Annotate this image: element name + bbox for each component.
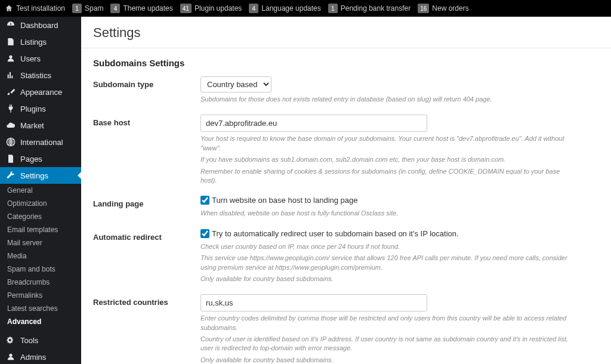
topbar-badge: 4 bbox=[249, 4, 258, 13]
listings-icon bbox=[6, 37, 16, 47]
help-landing: When disabled, website on base host is f… bbox=[200, 209, 570, 218]
cloud-icon bbox=[6, 121, 16, 130]
page-icon bbox=[6, 154, 16, 164]
submenu-item-spam-and-bots[interactable]: Spam and bots bbox=[6, 263, 81, 276]
sidebar-item-label: Listings bbox=[20, 38, 47, 47]
help-redirect-2: This service use https://www.geoplugin.c… bbox=[200, 254, 570, 272]
help-restricted-3: Only available for country based subdoma… bbox=[200, 356, 570, 364]
brush-icon bbox=[6, 87, 16, 97]
sidebar-item-label: Tools bbox=[20, 336, 38, 345]
sidebar-item-admins[interactable]: Admins bbox=[0, 348, 81, 364]
divider bbox=[81, 48, 611, 48]
label-landing: Landing page bbox=[93, 196, 200, 208]
redirect-checkbox-wrap[interactable]: Try to automatically redirect user to su… bbox=[200, 229, 459, 238]
sidebar-item-label: Admins bbox=[20, 353, 46, 362]
sidebar-item-statistics[interactable]: Statistics bbox=[0, 67, 81, 84]
sidebar-item-plugins[interactable]: Plugins bbox=[0, 100, 81, 117]
sidebar-item-users[interactable]: Users bbox=[0, 50, 81, 67]
sidebar-item-settings[interactable]: Settings bbox=[0, 167, 81, 184]
help-subdomain-type: Subdomains for those does not exists rel… bbox=[200, 95, 570, 104]
sidebar-submenu: GeneralOptimizationCategoriesEmail templ… bbox=[0, 184, 81, 332]
base-host-input[interactable] bbox=[200, 115, 427, 132]
sidebar-item-pages[interactable]: Pages bbox=[0, 150, 81, 167]
user-icon bbox=[6, 54, 16, 63]
submenu-item-email-templates[interactable]: Email templates bbox=[6, 223, 81, 236]
sidebar-item-market[interactable]: Market bbox=[0, 117, 81, 134]
plug-icon bbox=[6, 104, 16, 113]
section-title: Subdomains Settings bbox=[93, 58, 599, 68]
sidebar-item-label: Settings bbox=[20, 171, 48, 180]
submenu-item-mail-server[interactable]: Mail server bbox=[6, 236, 81, 249]
topbar-item[interactable]: 4Language updates bbox=[249, 4, 320, 13]
redirect-checkbox[interactable] bbox=[200, 229, 209, 238]
label-base-host: Base host bbox=[93, 115, 200, 127]
topbar-site-label: Test installation bbox=[16, 4, 65, 13]
landing-checkbox-wrap[interactable]: Turn website on base host to landing pag… bbox=[200, 196, 358, 205]
stats-icon bbox=[6, 70, 16, 80]
help-restricted-2: Country of user is identified based on i… bbox=[200, 335, 570, 353]
gears-icon bbox=[6, 335, 16, 345]
help-base-host-1: Your host is required to know the base d… bbox=[200, 134, 570, 153]
topbar-item[interactable]: 4Theme updates bbox=[110, 4, 172, 13]
label-subdomain-type: Subdomain type bbox=[93, 76, 200, 89]
help-base-host-3: Remember to enable sharing of cookies & … bbox=[200, 167, 570, 186]
submenu-item-breadcrumbs[interactable]: Breadcrumbs bbox=[6, 276, 81, 289]
label-redirect: Automatic redirect bbox=[93, 229, 200, 242]
globe-icon bbox=[6, 137, 16, 147]
topbar-badge: 4 bbox=[110, 4, 120, 13]
home-icon bbox=[5, 4, 13, 13]
sidebar-item-label: Plugins bbox=[20, 104, 46, 113]
landing-checkbox[interactable] bbox=[200, 196, 209, 205]
sidebar-item-label: Users bbox=[20, 54, 41, 63]
topbar-item[interactable]: 16New orders bbox=[418, 4, 468, 13]
sidebar-item-tools[interactable]: Tools bbox=[0, 332, 81, 348]
submenu-item-latest-searches[interactable]: Latest searches bbox=[6, 302, 81, 315]
topbar-badge: 1 bbox=[72, 4, 82, 13]
help-base-host-2: If you have subdomains as sub1.domain.co… bbox=[200, 155, 570, 164]
submenu-item-advanced[interactable]: Advanced bbox=[6, 315, 81, 328]
label-restricted: Restricted countries bbox=[93, 294, 200, 307]
user-icon bbox=[6, 352, 16, 362]
topbar-badge: 41 bbox=[180, 4, 192, 13]
settings-content: Settings Subdomains Settings Subdomain t… bbox=[81, 17, 611, 364]
sidebar-item-listings[interactable]: Listings bbox=[0, 33, 81, 50]
page-title: Settings bbox=[93, 25, 599, 41]
topbar-item[interactable]: 41Plugin updates bbox=[180, 4, 242, 13]
help-restricted-1: Enter country codes delimited by comma t… bbox=[200, 314, 570, 332]
admin-topbar: Test installation 1Spam 4Theme updates 4… bbox=[0, 0, 611, 17]
submenu-item-permalinks[interactable]: Permalinks bbox=[6, 289, 81, 302]
admin-sidebar: DashboardListingsUsersStatisticsAppearan… bbox=[0, 17, 81, 364]
topbar-badge: 16 bbox=[418, 4, 429, 13]
sidebar-item-label: Pages bbox=[20, 155, 42, 164]
sidebar-item-international[interactable]: International bbox=[0, 134, 81, 150]
sidebar-item-appearance[interactable]: Appearance bbox=[0, 84, 81, 100]
sidebar-item-label: Market bbox=[20, 121, 44, 130]
submenu-item-media[interactable]: Media bbox=[6, 249, 81, 263]
sidebar-item-label: Statistics bbox=[20, 71, 51, 80]
topbar-badge: 1 bbox=[328, 4, 338, 13]
help-redirect-1: Check user country based on IP, max once… bbox=[200, 242, 570, 251]
help-redirect-3: Only available for country based subdoma… bbox=[200, 274, 570, 283]
dashboard-icon bbox=[6, 20, 16, 30]
wrench-icon bbox=[6, 171, 16, 180]
restricted-input[interactable] bbox=[200, 294, 427, 311]
submenu-item-general[interactable]: General bbox=[6, 184, 81, 197]
sidebar-item-dashboard[interactable]: Dashboard bbox=[0, 17, 81, 33]
sidebar-item-label: International bbox=[20, 138, 63, 147]
sidebar-item-label: Appearance bbox=[20, 88, 62, 97]
submenu-item-categories[interactable]: Categories bbox=[6, 210, 81, 223]
topbar-item[interactable]: 1Spam bbox=[72, 4, 103, 13]
submenu-item-optimization[interactable]: Optimization bbox=[6, 197, 81, 210]
sidebar-item-label: Dashboard bbox=[20, 21, 58, 30]
subdomain-type-select[interactable]: Country based bbox=[200, 76, 271, 92]
topbar-site[interactable]: Test installation bbox=[5, 4, 65, 13]
topbar-item[interactable]: 1Pending bank transfer bbox=[328, 4, 411, 13]
